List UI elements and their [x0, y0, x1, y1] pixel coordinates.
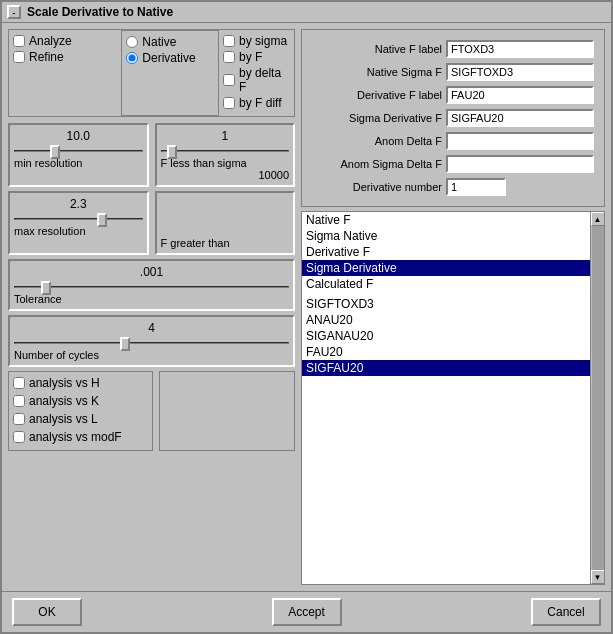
analysis-modf-label: analysis vs modF — [29, 430, 122, 444]
tolerance-slider[interactable] — [14, 284, 289, 290]
min-res-slider[interactable] — [14, 148, 143, 154]
list-item-calculated-f[interactable]: Calculated F — [302, 276, 590, 292]
tolerance-box: .001 Tolerance — [8, 259, 295, 311]
minimize-button[interactable]: - — [7, 5, 21, 19]
f-less-box: 1 F less than sigma 10000 — [155, 123, 296, 187]
anom-sigma-delta-f-input[interactable] — [446, 155, 594, 173]
refine-checkbox[interactable]: Refine — [13, 50, 117, 64]
right-fields: Native F label Native Sigma F Derivative… — [307, 35, 599, 201]
analysis-l-checkbox[interactable]: analysis vs L — [13, 412, 148, 426]
by-deltaf-label: by delta F — [239, 66, 290, 94]
cycles-value: 4 — [14, 321, 289, 335]
right-panel: Native F label Native Sigma F Derivative… — [301, 29, 605, 585]
deriv-number-text: Derivative number — [312, 181, 442, 193]
anom-delta-f-row: Anom Delta F — [312, 132, 594, 150]
analyze-checkbox[interactable]: Analyze — [13, 34, 117, 48]
listbox-section: Native F Sigma Native Derivative F Sigma… — [301, 211, 605, 585]
list-item-sigma-native[interactable]: Sigma Native — [302, 228, 590, 244]
anom-delta-f-input[interactable] — [446, 132, 594, 150]
list-item-fau20[interactable]: FAU20 — [302, 344, 590, 360]
max-res-slider[interactable] — [14, 216, 143, 222]
analysis-k-label: analysis vs K — [29, 394, 99, 408]
analysis-k-checkbox[interactable]: analysis vs K — [13, 394, 148, 408]
list-item-siganau20[interactable]: SIGANAU20 — [302, 328, 590, 344]
by-f-label: by F — [239, 50, 262, 64]
by-fdiff-checkbox[interactable]: by F diff — [223, 96, 290, 110]
list-item-sigma-derivative[interactable]: Sigma Derivative — [302, 260, 590, 276]
title-bar: - Scale Derivative to Native — [2, 2, 611, 23]
f-less-label: F less than sigma — [161, 157, 290, 169]
sigma-deriv-f-row: Sigma Derivative F — [312, 109, 594, 127]
f-greater-label: F greater than — [161, 237, 290, 249]
min-res-value: 10.0 — [14, 129, 143, 143]
sigma-deriv-f-text: Sigma Derivative F — [312, 112, 442, 124]
accept-button[interactable]: Accept — [272, 598, 342, 626]
window-title: Scale Derivative to Native — [27, 5, 173, 19]
main-window: - Scale Derivative to Native Analyze Ref… — [0, 0, 613, 634]
analysis-row: analysis vs H analysis vs K analysis vs … — [8, 371, 295, 451]
min-res-label: min resolution — [14, 157, 143, 169]
by-f-checkbox[interactable]: by F — [223, 50, 290, 64]
scroll-up-btn[interactable]: ▲ — [591, 212, 605, 226]
anom-delta-f-text: Anom Delta F — [312, 135, 442, 147]
col2-radio: Native Derivative — [121, 30, 219, 116]
derivative-label: Derivative — [142, 51, 195, 65]
scroll-down-btn[interactable]: ▼ — [591, 570, 605, 584]
left-panel: Analyze Refine Native Derivative — [8, 29, 295, 585]
by-sigma-checkbox[interactable]: by sigma — [223, 34, 290, 48]
f-greater-box: F greater than — [155, 191, 296, 255]
deriv-f-label-row: Derivative F label — [312, 86, 594, 104]
deriv-f-label-input[interactable] — [446, 86, 594, 104]
sigma-deriv-f-input[interactable] — [446, 109, 594, 127]
native-f-label-row: Native F label — [312, 40, 594, 58]
ok-button[interactable]: OK — [12, 598, 82, 626]
cycles-box: 4 Number of cycles — [8, 315, 295, 367]
listbox-scrollbar[interactable]: ▲ ▼ — [590, 212, 604, 584]
analysis-h-checkbox[interactable]: analysis vs H — [13, 376, 148, 390]
analysis-l-label: analysis vs L — [29, 412, 98, 426]
min-res-box: 10.0 min resolution — [8, 123, 149, 187]
empty-box — [159, 371, 296, 451]
resolution-row: 10.0 min resolution 1 F less than sigma … — [8, 123, 295, 187]
by-sigma-label: by sigma — [239, 34, 287, 48]
deriv-f-label-text: Derivative F label — [312, 89, 442, 101]
anom-sigma-delta-f-row: Anom Sigma Delta F — [312, 155, 594, 173]
deriv-number-input[interactable] — [446, 178, 506, 196]
analysis-checks: analysis vs H analysis vs K analysis vs … — [8, 371, 153, 451]
native-sigma-f-input[interactable] — [446, 63, 594, 81]
cycles-label: Number of cycles — [14, 349, 289, 361]
list-item-derivative-f[interactable]: Derivative F — [302, 244, 590, 260]
native-f-label-text: Native F label — [312, 43, 442, 55]
list-item-anau20[interactable]: ANAU20 — [302, 312, 590, 328]
cycles-slider[interactable] — [14, 340, 289, 346]
native-sigma-f-text: Native Sigma F — [312, 66, 442, 78]
tolerance-label: Tolerance — [14, 293, 289, 305]
f-less-value: 1 — [161, 129, 290, 143]
main-content: Analyze Refine Native Derivative — [2, 23, 611, 591]
native-f-label-input[interactable] — [446, 40, 594, 58]
analyze-label: Analyze — [29, 34, 72, 48]
list-item-native-f[interactable]: Native F — [302, 212, 590, 228]
maxres-fgreater-row: 2.3 max resolution F greater than — [8, 191, 295, 255]
listbox-items[interactable]: Native F Sigma Native Derivative F Sigma… — [302, 212, 590, 584]
bottom-buttons: OK Accept Cancel — [2, 591, 611, 632]
max-res-box: 2.3 max resolution — [8, 191, 149, 255]
col1-checks: Analyze Refine — [9, 30, 121, 116]
native-sigma-f-row: Native Sigma F — [312, 63, 594, 81]
analysis-modf-checkbox[interactable]: analysis vs modF — [13, 430, 148, 444]
max-res-value: 2.3 — [14, 197, 143, 211]
f-less-value2: 10000 — [161, 169, 290, 181]
list-item-sigftoxd3[interactable]: SIGFTOXD3 — [302, 296, 590, 312]
deriv-number-row: Derivative number — [312, 178, 594, 196]
max-res-label: max resolution — [14, 225, 143, 237]
by-deltaf-checkbox[interactable]: by delta F — [223, 66, 290, 94]
f-less-slider[interactable] — [161, 148, 290, 154]
anom-sigma-delta-f-text: Anom Sigma Delta F — [312, 158, 442, 170]
refine-label: Refine — [29, 50, 64, 64]
cancel-button[interactable]: Cancel — [531, 598, 601, 626]
list-item-sigfau20[interactable]: SIGFAU20 — [302, 360, 590, 376]
analysis-h-label: analysis vs H — [29, 376, 100, 390]
native-radio[interactable]: Native — [126, 35, 214, 49]
derivative-radio[interactable]: Derivative — [126, 51, 214, 65]
col3-checks: by sigma by F by delta F by F diff — [219, 30, 294, 116]
